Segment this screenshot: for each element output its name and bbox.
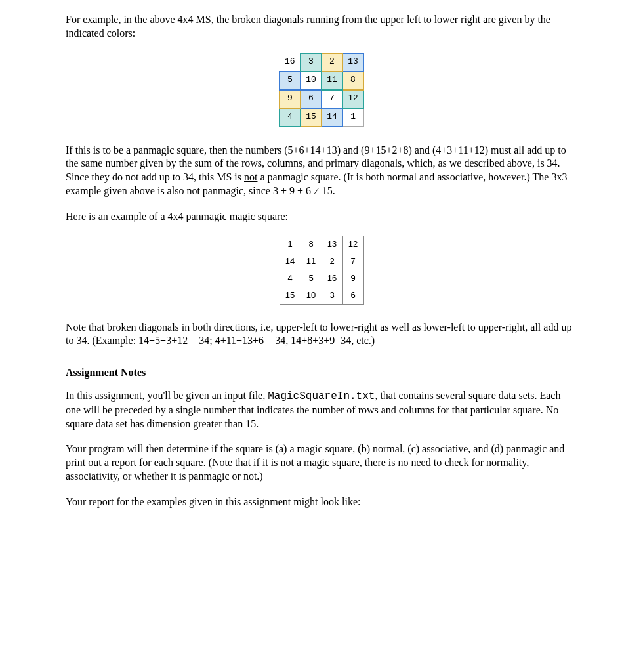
cell: 7	[322, 90, 342, 108]
cell: 9	[342, 270, 363, 287]
cell: 3	[322, 287, 342, 304]
colored-magic-square: 16 3 2 13 5 10 11 8 9 6 7 12 4 15 14 1	[279, 52, 364, 127]
cell: 10	[301, 287, 322, 304]
cell: 4	[280, 108, 301, 127]
cell: 13	[342, 53, 363, 72]
cell: 3	[301, 53, 322, 72]
cell: 2	[322, 53, 342, 72]
cell: 7	[342, 253, 363, 270]
cell: 11	[322, 72, 342, 90]
paragraph-intro: For example, in the above 4x4 MS, the br…	[66, 13, 577, 41]
grid1-wrap: 16 3 2 13 5 10 11 8 9 6 7 12 4 15 14 1	[66, 52, 577, 127]
cell: 1	[342, 108, 363, 127]
cell: 5	[280, 72, 301, 90]
cell: 6	[342, 287, 363, 304]
cell: 6	[301, 90, 322, 108]
paragraph-input-file: In this assignment, you'll be given an i…	[66, 389, 577, 430]
cell: 8	[342, 72, 363, 90]
cell: 12	[342, 236, 363, 253]
cell: 14	[322, 108, 342, 127]
cell: 10	[301, 72, 322, 90]
cell: 15	[280, 287, 301, 304]
cell: 8	[301, 236, 322, 253]
paragraph-panmagic-check: If this is to be a panmagic square, then…	[66, 144, 577, 198]
grid2-wrap: 1 8 13 12 14 11 2 7 4 5 16 9 15 10 3 6	[66, 236, 577, 304]
text-underline-not: not	[244, 171, 257, 182]
text: In this assignment, you'll be given an i…	[66, 390, 268, 401]
cell: 2	[322, 253, 342, 270]
cell: 16	[322, 270, 342, 287]
cell: 14	[280, 253, 301, 270]
cell: 11	[301, 253, 322, 270]
section-heading-assignment-notes: Assignment Notes	[66, 366, 577, 380]
cell: 9	[280, 90, 301, 108]
paragraph-example-intro: Here is an example of a 4x4 panmagic mag…	[66, 210, 577, 224]
cell: 13	[322, 236, 342, 253]
paragraph-broken-diagonals: Note that broken diagonals in both direc…	[66, 321, 577, 348]
cell: 5	[301, 270, 322, 287]
cell: 16	[280, 53, 301, 72]
filename: MagicSquareIn.txt	[268, 390, 375, 402]
cell: 12	[342, 90, 363, 108]
paragraph-program-tasks: Your program will then determine if the …	[66, 442, 577, 483]
cell: 4	[280, 270, 301, 287]
panmagic-square: 1 8 13 12 14 11 2 7 4 5 16 9 15 10 3 6	[280, 236, 364, 304]
paragraph-report-intro: Your report for the examples given in th…	[66, 495, 577, 509]
cell: 15	[301, 108, 322, 127]
cell: 1	[280, 236, 301, 253]
